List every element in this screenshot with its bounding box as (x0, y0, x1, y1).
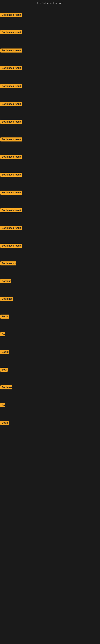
bottleneck-result-item[interactable]: Bottleneck result (0, 102, 22, 106)
bottleneck-result-item[interactable]: Bottle (0, 314, 9, 318)
bottleneck-result-item[interactable]: Bottleneck result (0, 208, 22, 212)
bottleneck-result-item[interactable]: Bottleneck result (0, 155, 22, 159)
bottleneck-result-item[interactable]: Bottleneck result (0, 13, 22, 17)
bottleneck-result-item[interactable]: Bo (0, 332, 5, 336)
bottleneck-result-item[interactable]: Bottleneck result (0, 244, 22, 248)
bottleneck-result-item[interactable]: Bottle (0, 421, 9, 425)
bottleneck-result-item[interactable]: Bottleneck result (0, 48, 22, 52)
bottleneck-result-item[interactable]: Bottleneck result (0, 120, 22, 124)
bottleneck-result-item[interactable]: Bottleneck (0, 297, 13, 301)
bottleneck-result-item[interactable]: Bottleneck result (0, 190, 22, 194)
bottleneck-result-item[interactable]: Bottl (0, 368, 8, 372)
bottleneck-result-item[interactable]: Bottleneck result (0, 84, 22, 88)
site-title: TheBottlenecker.com (37, 2, 63, 5)
bottleneck-result-item[interactable]: Bottler (0, 350, 9, 354)
bottleneck-result-item[interactable]: Bottleneck re (0, 262, 16, 266)
bottleneck-result-item[interactable]: Bottleneck result (0, 138, 22, 142)
bottleneck-result-item[interactable]: Bottleneck result (0, 226, 22, 230)
bottleneck-result-item[interactable]: Bottleneck result (0, 66, 22, 70)
bottleneck-result-item[interactable]: Bottlene (0, 279, 11, 283)
bottleneck-result-item[interactable]: Bottleneck result (0, 173, 22, 177)
bottleneck-result-item[interactable]: Bo (0, 403, 5, 407)
bottleneck-result-item[interactable]: Bottleneck result (0, 30, 22, 34)
site-header: TheBottlenecker.com (0, 0, 100, 6)
bottleneck-result-item[interactable]: Bottlenec (0, 386, 12, 390)
